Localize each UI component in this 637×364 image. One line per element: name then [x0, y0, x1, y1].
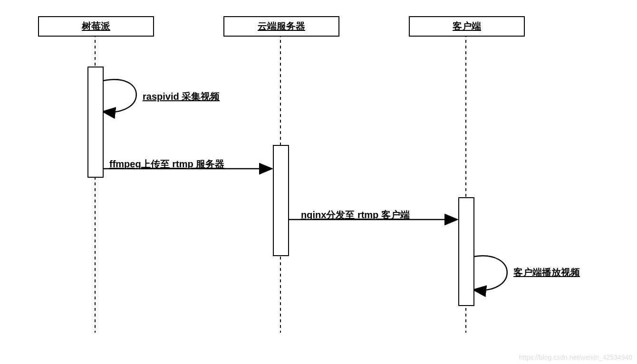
msg-label-self-p1: raspivid 采集视频	[143, 90, 220, 103]
participant-p2: 云端服务器	[223, 16, 339, 37]
msg-label-p1-p2: ffmpeg上传至 rtmp 服务器	[109, 158, 224, 171]
activation-p3	[458, 197, 474, 306]
activation-p1	[87, 67, 104, 178]
participant-p2-label: 云端服务器	[258, 21, 305, 31]
sequence-diagram-canvas	[0, 0, 637, 364]
participant-p1-label: 树莓派	[82, 21, 110, 31]
participant-p3: 客户端	[409, 16, 525, 37]
activation-p2	[273, 145, 289, 256]
watermark-text: https://blog.csdn.net/weixin_42534940	[519, 354, 632, 361]
self-arrow-p3	[473, 256, 507, 290]
participant-p1: 树莓派	[38, 16, 154, 37]
participant-p3-label: 客户端	[453, 21, 481, 31]
msg-label-self-p3: 客户端播放视频	[513, 266, 580, 279]
msg-label-p2-p3: nginx分发至 rtmp 客户端	[301, 209, 410, 221]
self-arrow-p1	[103, 79, 136, 112]
